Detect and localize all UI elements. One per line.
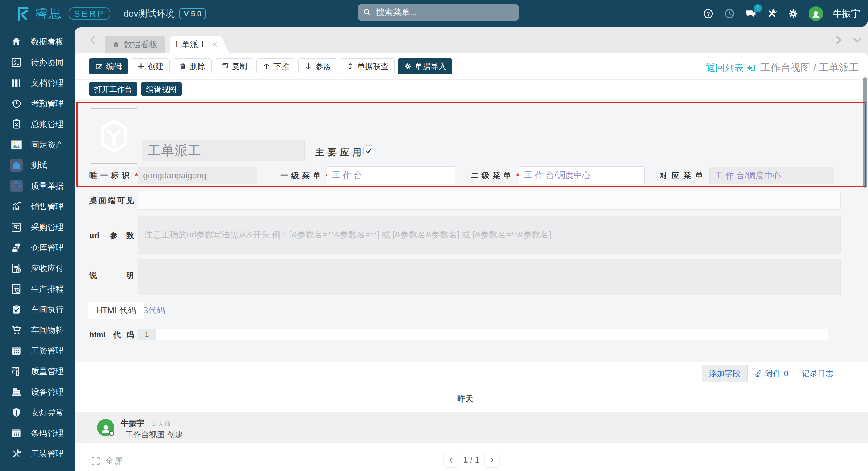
sidebar-item-sales[interactable]: 销售管理 [0,196,74,217]
tab-dashboard[interactable]: 数据看板 [105,36,165,53]
reference-button[interactable]: 参照 [298,59,337,74]
trash-icon [179,62,187,70]
pagination: 1 / 1 [443,452,499,468]
tab-html-code[interactable]: HTML代码 [88,302,144,319]
sidebar-item-warehouse[interactable]: 仓库管理 [0,237,74,258]
doc-import-button[interactable]: 单据导入 [398,59,452,74]
menu-level2-label: 二级菜单* [471,171,511,180]
user-avatar[interactable] [809,6,823,21]
primary-app-checkbox[interactable] [363,145,374,156]
search-input[interactable] [376,7,514,17]
url-params-textarea[interactable]: 注意正确的url参数写法需从&开头,例：[&参数名=**&参数名=**] 或 [… [138,216,841,254]
timeline-divider: 昨天 [91,394,839,404]
tabs-scroll-right-icon[interactable] [834,35,843,45]
code-content[interactable] [156,329,828,340]
activity-log-entry[interactable]: 牛振宇- 1 天前 工作台视图 创建 [74,412,868,443]
sidebar-item-label: 质量单据 [31,180,64,192]
log-button[interactable]: 记录日志 [795,365,840,382]
return-arrow-icon [746,63,755,73]
sidebar-item-shop-execution[interactable]: 车间执行 [0,299,74,320]
help-icon[interactable] [703,8,714,20]
mapped-menu-input[interactable] [709,167,834,184]
prev-page-button[interactable] [443,452,458,468]
vertical-scrollbar[interactable] [863,77,867,188]
menu-level1-input[interactable] [327,166,455,184]
tab-label: 工单派工 [173,39,207,50]
menu-search[interactable] [358,4,519,21]
sidebar-item-quality-docs[interactable]: 质量单据 [0,176,74,196]
sidebar-item-andon[interactable]: 安灯异常 [0,402,74,423]
close-icon[interactable] [211,41,218,48]
open-workbench-button[interactable]: 打开工作台 [89,82,137,96]
desktop-visible-input[interactable] [138,191,841,210]
sidebar-item-attendance[interactable]: 考勤管理 [0,93,74,114]
title-input[interactable] [142,140,305,161]
code-editor[interactable]: 1 [138,329,828,340]
chevron-right-icon [489,457,495,463]
push-down-button[interactable]: 下推 [256,59,295,74]
sidebar-item-shop-materials[interactable]: 车间物料 [0,320,74,340]
clock-icon[interactable] [724,8,735,20]
sidebar-item-fixed-assets[interactable]: 固定资产 [0,134,74,155]
edit-button[interactable]: 编辑 [89,59,128,74]
fullscreen-icon [91,456,101,466]
delete-button[interactable]: 删除 [173,59,212,74]
gear-icon[interactable] [787,8,799,20]
sidebar-item-equipment[interactable]: 设备管理 [0,382,74,402]
sidebar-item-tooling[interactable]: 工装管理 [0,443,74,464]
toolbar-divider [74,79,868,80]
tabs-scroll-left-icon[interactable] [88,35,98,45]
code-tabs-underline [88,318,841,319]
attachments-button[interactable]: 附件0 [747,365,795,382]
doc-trace-button[interactable]: 单据联查 [340,59,395,74]
fullscreen-button[interactable]: 全屏 [91,455,123,467]
home-square-icon [8,158,24,173]
breadcrumb: 返回列表 工作台视图 / 工单派工 [706,61,859,74]
menu-level2-input[interactable] [519,166,645,184]
sidebar-item-scheduling[interactable]: 生产排程 [0,279,74,299]
sidebar-item-barcode[interactable]: 条码管理 [0,423,74,443]
tab-work-order-dispatch[interactable]: 工单派工 [170,36,229,53]
ledger-yen-icon [8,119,24,130]
messages-button[interactable]: 1 [745,8,756,20]
machine-icon [8,386,24,398]
desktop-visible-label: 桌面端可见 [89,196,134,205]
sidebar-item-label: 条码管理 [31,428,64,439]
sidebar-item-purchasing[interactable]: 采购管理 [0,217,74,237]
sidebar-item-dashboard[interactable]: 数据看板 [0,32,74,52]
cart-box-icon [8,222,24,233]
tabs-list-icon[interactable] [852,35,862,45]
sidebar-item-quality-mgmt[interactable]: 质量管理 [0,361,74,382]
sidebar-item-todo[interactable]: 待办协同 [0,52,74,73]
gear-icon [404,62,412,70]
page-indicator: 1 / 1 [463,455,479,465]
sidebar-item-documents[interactable]: 文档管理 [0,73,74,93]
create-button[interactable]: 创建 [131,59,170,74]
caliper-icon [8,366,24,377]
sidebar-item-label: 安灯异常 [31,407,64,418]
app-icon-box[interactable] [91,108,137,164]
brand-logo-icon [16,6,30,21]
sidebar-item-receivables[interactable]: 应收应付 [0,258,74,279]
add-field-button[interactable]: 添加字段 [702,365,748,382]
unique-id-input[interactable] [138,167,257,184]
description-textarea[interactable] [138,259,841,295]
copy-button[interactable]: 复制 [215,59,253,74]
sidebar-item-label: 总账管理 [31,119,64,130]
sidebar-item-test[interactable]: 测试 [0,155,74,176]
home-icon [112,41,120,48]
person-icon [811,9,821,20]
tools-icon[interactable] [766,8,778,20]
sidebar-item-payroll[interactable]: 工资管理 [0,340,74,361]
sidebar-item-label: 质量管理 [31,366,64,377]
back-to-list-link[interactable]: 返回列表 [706,62,755,74]
edit-view-button[interactable]: 编辑视图 [141,82,182,96]
sidebar-item-label: 设备管理 [31,386,64,397]
copy-icon [221,62,228,70]
sidebar-item-ledger[interactable]: 总账管理 [0,114,74,134]
shield-alert-icon [8,407,24,418]
sidebar-item-label: 数据看板 [31,36,64,47]
sidebar-item-label: 生产排程 [31,283,64,294]
next-page-button[interactable] [485,452,500,468]
sidebar-item-label: 待办协同 [31,57,64,68]
